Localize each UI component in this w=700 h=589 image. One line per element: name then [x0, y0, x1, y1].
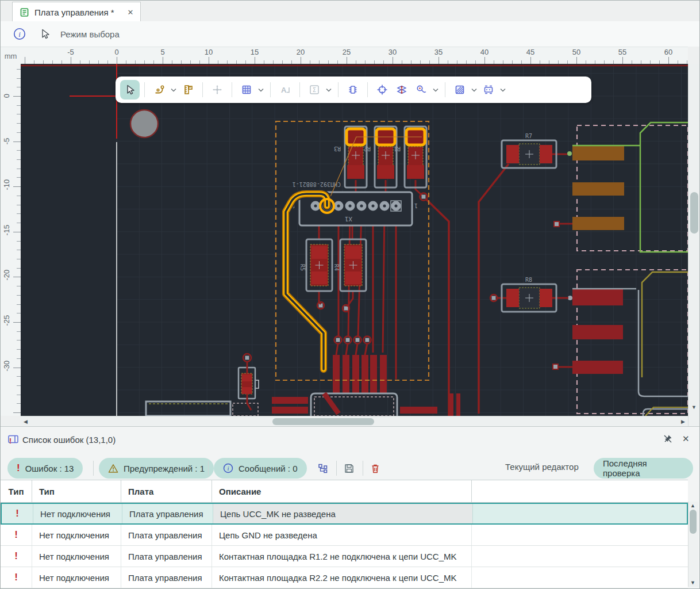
fill-region-button[interactable]: [450, 80, 470, 100]
col-header-severity[interactable]: Тип: [1, 480, 32, 502]
toolbar-separator: [202, 82, 203, 97]
pill-separator: [363, 461, 363, 476]
ruler-tick: [17, 250, 21, 250]
warnings-filter-button[interactable]: Предупреждений : 1: [99, 458, 214, 479]
vertical-scrollbar[interactable]: ▼: [688, 64, 700, 426]
svg-text:R1: R1: [394, 146, 401, 152]
last-check-label: Последняя проверка: [603, 458, 684, 478]
description-cell: Контактная площадка R2.2 не подключена к…: [212, 567, 472, 588]
extra-cell: [472, 546, 688, 567]
ruler-tick: [17, 123, 21, 124]
ruler-tick: [13, 368, 21, 368]
mounting-hole[interactable]: [130, 110, 158, 137]
vertical-ruler: 0-5-10-15-20-25-30: [1, 64, 21, 416]
move-tool-button[interactable]: [207, 80, 227, 100]
ruler-tick: [13, 96, 21, 97]
scroll-left-arrow[interactable]: ◀: [24, 419, 28, 424]
col-header-type[interactable]: Тип: [32, 480, 121, 502]
vertical-scroll-thumb[interactable]: [690, 192, 698, 234]
padstack-tool-button[interactable]: [479, 80, 498, 100]
ruler-tick: [17, 78, 21, 79]
board-cell: Плата управления: [122, 504, 213, 523]
type-cell: Нет подключения: [32, 546, 121, 567]
ruler-label: 0: [2, 92, 11, 100]
extra-cell: [472, 567, 688, 588]
route-tool-dropdown[interactable]: [169, 80, 178, 100]
clear-errors-button[interactable]: [367, 460, 383, 476]
unpin-panel-button[interactable]: [663, 434, 673, 446]
extra-cell: [473, 504, 687, 523]
ruler-tick: [13, 322, 21, 323]
ruler-tick: [17, 87, 21, 87]
close-panel-button[interactable]: ✕: [682, 434, 690, 444]
ruler-label: 20: [297, 48, 305, 56]
board-cell: Плата управления: [121, 546, 212, 567]
route-tool-button[interactable]: [149, 80, 169, 100]
save-report-button[interactable]: [341, 460, 357, 476]
grid-tool-dropdown[interactable]: [256, 80, 266, 100]
pcb-board-icon: [20, 7, 29, 17]
select-tool-button[interactable]: [120, 80, 140, 100]
table-scroll-up[interactable]: ▲: [690, 503, 695, 508]
ruler-label: 0: [114, 48, 118, 56]
messages-filter-button[interactable]: i Сообщений : 0: [214, 458, 307, 479]
error-row[interactable]: ! Нет подключения Плата управления Цепь …: [1, 503, 688, 525]
tab-bar: Плата управления * ✕: [1, 1, 699, 21]
group-tree-button[interactable]: [314, 460, 330, 476]
pcb-canvas[interactable]: R3 R2 R1: [21, 64, 688, 416]
messages-filter-label: Сообщений : 0: [239, 464, 298, 473]
info-button[interactable]: i: [10, 24, 29, 44]
ruler-label: -5: [67, 48, 74, 56]
via-layers-button[interactable]: [392, 80, 411, 100]
scroll-down-arrow[interactable]: ▼: [691, 404, 697, 410]
board-cell: Плата управления: [121, 567, 212, 588]
error-row[interactable]: ! Нет подключения Плата управления Цепь …: [1, 525, 688, 546]
description-cell: Контактная площадка R1.2 не подключена к…: [212, 546, 472, 567]
current-editor-label: Текущий редактор: [505, 462, 579, 472]
toolbar-separator: [445, 82, 445, 97]
table-header-row: Тип Тип Плата Описание: [1, 480, 688, 503]
ruler-unit: mm: [1, 47, 21, 64]
tab-board-editor[interactable]: Плата управления * ✕: [12, 2, 141, 22]
text-tool-button[interactable]: A: [275, 80, 295, 100]
panel-title: Список ошибок (13,1,0): [22, 435, 116, 445]
error-row[interactable]: ! Нет подключения Плата управления Конта…: [1, 567, 688, 588]
table-scrollbar[interactable]: ▲ ▼: [688, 502, 698, 587]
error-row[interactable]: ! Нет подключения Плата управления Конта…: [1, 546, 688, 567]
toolbar-separator: [232, 82, 232, 97]
fill-region-dropdown[interactable]: [470, 80, 479, 100]
severity-cell: !: [2, 504, 33, 523]
toolbar-separator: [144, 82, 145, 97]
col-header-board[interactable]: Плата: [121, 480, 212, 502]
table-scroll-thumb[interactable]: [690, 510, 697, 534]
grid-tool-button[interactable]: [237, 80, 256, 100]
ruler-tick: [17, 213, 21, 214]
probe-zoom-button[interactable]: [411, 80, 431, 100]
col-header-desc[interactable]: Описание: [212, 480, 472, 502]
ruler-tick: [17, 358, 21, 359]
error-table: Тип Тип Плата Описание ! Нет подключения…: [1, 480, 688, 588]
formula-tool-button[interactable]: Σ: [305, 80, 324, 100]
horizontal-scroll-thumb[interactable]: [272, 418, 374, 425]
svg-text:1: 1: [414, 202, 418, 209]
probe-zoom-dropdown[interactable]: [431, 80, 440, 100]
formula-tool-dropdown[interactable]: [324, 80, 333, 100]
padstack-tool-dropdown[interactable]: [498, 80, 507, 100]
ruler-tick: [17, 331, 21, 332]
svg-text:СНП392-88В21-1: СНП392-88В21-1: [293, 181, 341, 188]
tab-close-button[interactable]: ✕: [128, 8, 134, 17]
snap-center-button[interactable]: [372, 80, 392, 100]
severity-cell: !: [1, 525, 32, 545]
horizontal-scrollbar[interactable]: ◀ ▶: [21, 416, 688, 427]
component-tool-button[interactable]: [343, 80, 363, 100]
svg-text:X1: X1: [345, 215, 352, 223]
last-check-toggle[interactable]: Последняя проверка: [594, 458, 693, 479]
ruler-tick: [17, 114, 21, 114]
measure-tool-button[interactable]: [178, 80, 198, 100]
scroll-right-arrow[interactable]: ▶: [681, 419, 685, 424]
ruler-tick: [13, 186, 21, 187]
table-scroll-down[interactable]: ▼: [690, 580, 695, 586]
tab-title: Плата управления *: [34, 7, 114, 17]
errors-filter-button[interactable]: ! Ошибок : 13: [7, 458, 83, 479]
horizontal-ruler: -5051015202530354045505560: [21, 47, 688, 64]
